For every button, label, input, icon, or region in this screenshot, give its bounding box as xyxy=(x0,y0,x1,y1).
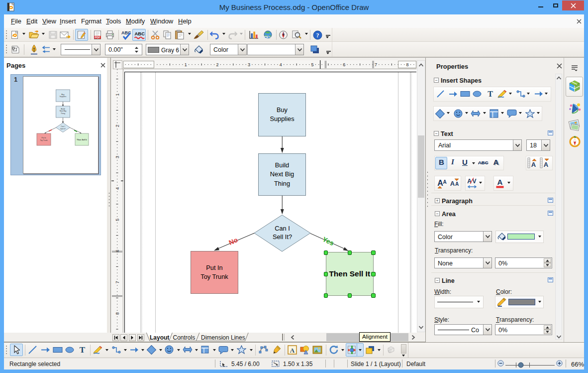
svg-text:A: A xyxy=(531,161,536,168)
svg-text:6: 6 xyxy=(343,62,345,67)
svg-text:A: A xyxy=(290,347,295,354)
svg-text:5: 5 xyxy=(311,62,313,67)
svg-text:2: 2 xyxy=(216,62,218,67)
svg-text:2: 2 xyxy=(114,124,119,127)
svg-text:ABC: ABC xyxy=(135,31,145,36)
svg-text:3: 3 xyxy=(114,156,119,158)
svg-text:8: 8 xyxy=(114,312,119,315)
svg-text:N: N xyxy=(574,135,576,138)
svg-text:5: 5 xyxy=(114,219,119,221)
svg-text:A: A xyxy=(497,178,503,186)
svg-text:Build: Build xyxy=(61,108,65,110)
svg-text:T: T xyxy=(488,90,493,98)
svg-text:3: 3 xyxy=(248,62,250,67)
svg-text:A: A xyxy=(450,180,455,187)
svg-text:A: A xyxy=(455,181,459,187)
svg-text:7: 7 xyxy=(375,62,377,67)
svg-text:Thing: Thing xyxy=(61,113,65,115)
svg-text:Sell It?: Sell It? xyxy=(60,128,66,130)
svg-text:Toy Trunk: Toy Trunk xyxy=(40,139,47,141)
svg-text:Next Big: Next Big xyxy=(60,110,66,112)
svg-text:Put In: Put In xyxy=(41,137,46,139)
svg-text:1: 1 xyxy=(114,93,119,96)
svg-text:T: T xyxy=(80,345,86,355)
svg-text:A: A xyxy=(443,179,446,185)
svg-text:A: A xyxy=(467,178,472,185)
svg-text:A: A xyxy=(493,158,499,166)
svg-text:4: 4 xyxy=(114,187,119,190)
svg-text:?: ? xyxy=(316,32,319,39)
svg-text:PDF: PDF xyxy=(95,36,101,39)
svg-text:1: 1 xyxy=(185,62,187,67)
svg-text:Buy: Buy xyxy=(61,94,64,96)
svg-text:Supplies: Supplies xyxy=(60,96,67,98)
svg-text:Can I: Can I xyxy=(61,125,65,127)
svg-text:8: 8 xyxy=(406,62,409,67)
svg-text:Then Sell It: Then Sell It xyxy=(77,139,87,141)
svg-text:7: 7 xyxy=(114,281,119,283)
svg-text:A: A xyxy=(544,161,549,168)
svg-text:4: 4 xyxy=(280,62,282,67)
